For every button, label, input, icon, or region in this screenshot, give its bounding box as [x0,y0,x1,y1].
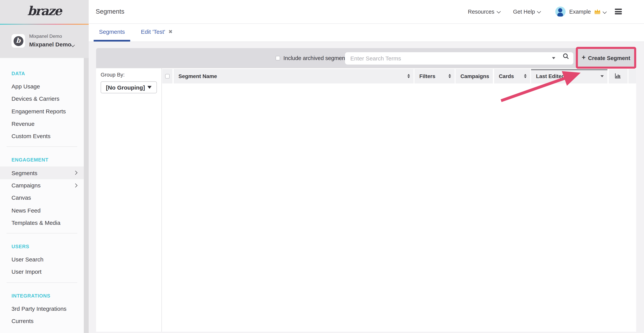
include-archived-label: Include archived segments [284,55,350,61]
segments-toolbar: Include archived segments + Create Segme… [96,48,636,68]
group-by-label: Group By: [100,72,161,78]
close-tab-icon[interactable]: ✖ [168,29,173,35]
section-header-data: DATA [0,67,84,80]
braze-logo-block: braze [0,0,88,24]
dropdown-caret-icon [600,75,604,77]
header-actions: Resources Get Help Example [468,7,622,17]
tab-edit-test[interactable]: Edit 'Test' ✖ [136,24,178,42]
sidebar-scroll-gutter[interactable] [84,58,88,333]
sort-icon [448,74,451,78]
resources-menu[interactable]: Resources [468,9,500,15]
divider [6,233,77,233]
column-header-last-edited[interactable]: Last Edited [531,69,608,83]
tab-segments[interactable]: Segments [94,24,130,42]
sidebar-nav: DATA App Usage Devices & Carriers Engage… [0,58,84,327]
column-header-campaigns[interactable]: Campaigns [456,69,493,83]
section-header-users: USERS [0,240,84,253]
divider [6,147,77,147]
bar-chart-icon [615,73,621,80]
section-header-engagement: ENGAGEMENT [0,153,84,167]
sidebar-item-currents[interactable]: Currents [0,315,84,327]
chevron-right-icon [73,171,77,175]
column-header-analytics[interactable] [608,69,628,83]
column-header-spacer [628,69,636,83]
column-header-filters[interactable]: Filters [414,69,454,83]
sidebar-item-user-import[interactable]: User Import [0,266,84,278]
column-header-cards[interactable]: Cards [494,69,530,83]
group-by-panel: Group By: [No Grouping] [96,68,161,332]
avatar-person-icon [558,8,562,12]
select-all-checkbox[interactable] [165,74,170,79]
workspace-name: Mixpanel Demo [29,41,71,48]
group-by-select[interactable]: [No Grouping] [100,81,157,93]
sidebar-item-templates-media[interactable]: Templates & Media [0,217,84,229]
segments-table: Segment Name Filters Campaigns Cards Las… [162,68,636,332]
chevron-down-icon [537,9,541,13]
sidebar-item-campaigns[interactable]: Campaigns [0,179,84,192]
create-segment-button[interactable]: + Create Segment [578,49,634,67]
appboy-b-icon: b [14,36,23,46]
sort-icon [407,74,410,78]
sort-icon [524,74,526,78]
workspace-app-icon: b [12,34,25,48]
sidebar-item-engagement-reports[interactable]: Engagement Reports [0,105,84,118]
page-header: Segments Resources Get Help Example [88,0,644,24]
plus-icon: + [582,54,586,61]
saved-search-dropdown-icon[interactable] [552,57,555,59]
search-input[interactable] [345,52,573,64]
table-header-row: Segment Name Filters Campaigns Cards Las… [162,69,636,83]
tab-bar: Segments Edit 'Test' ✖ [88,24,644,42]
sidebar-item-app-usage[interactable]: App Usage [0,80,84,93]
sidebar-item-news-feed[interactable]: News Feed [0,204,84,217]
segments-content: Include archived segments + Create Segme… [88,42,644,333]
hamburger-menu-icon[interactable] [615,9,622,15]
workspace-selector[interactable]: b Mixpanel Demo Mixpanel Demo [0,25,88,58]
chevron-down-icon[interactable] [71,43,75,47]
sidebar-item-revenue[interactable]: Revenue [0,118,84,130]
crown-icon [594,9,601,15]
include-archived-checkbox[interactable] [276,56,280,61]
get-help-menu[interactable]: Get Help [513,9,540,15]
sidebar-item-3rd-party-integrations[interactable]: 3rd Party Integrations [0,302,84,315]
sidebar-item-canvas[interactable]: Canvas [0,192,84,204]
select-all-checkbox-cell [162,69,172,83]
column-header-segment-name[interactable]: Segment Name [174,69,413,83]
section-header-integrations: INTEGRATIONS [0,289,84,302]
sidebar: braze b Mixpanel Demo Mixpanel Demo DATA… [0,0,88,333]
sidebar-item-user-search[interactable]: User Search [0,253,84,266]
workspace-company-label: Mixpanel Demo [29,34,62,39]
dropdown-caret-icon [148,86,152,89]
chevron-down-icon[interactable] [602,10,606,14]
user-name: Example [569,9,591,15]
divider [6,282,77,282]
search-icon[interactable] [563,53,569,60]
braze-logo: braze [28,4,61,20]
chevron-down-icon [496,9,500,13]
sidebar-item-devices-carriers[interactable]: Devices & Carriers [0,93,84,105]
sidebar-item-segments[interactable]: Segments [0,167,84,179]
page-title: Segments [96,8,124,15]
sidebar-item-custom-events[interactable]: Custom Events [0,130,84,143]
user-avatar[interactable] [555,7,566,17]
chevron-right-icon [73,183,77,187]
braze-app-window: braze b Mixpanel Demo Mixpanel Demo DATA… [0,0,644,333]
